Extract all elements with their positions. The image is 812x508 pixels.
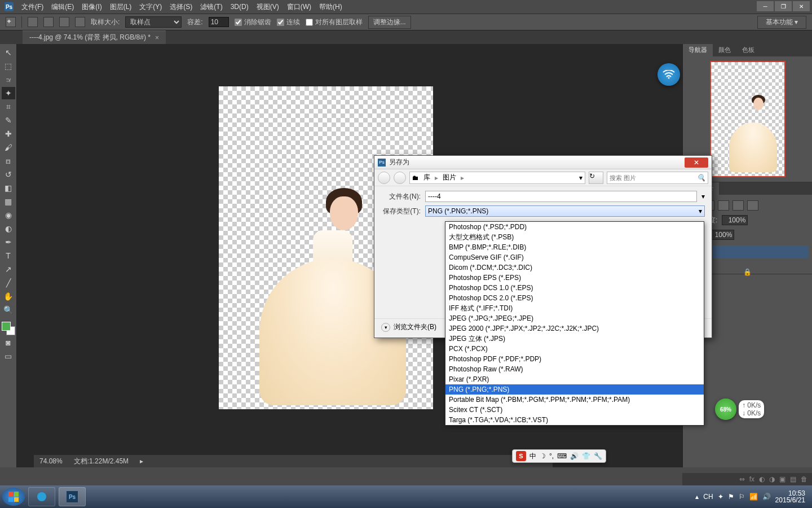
ime-keyboard-icon[interactable]: ⌨	[557, 452, 567, 460]
foreground-color-swatch[interactable]	[2, 322, 11, 331]
taskbar-photoshop[interactable]: Ps	[59, 487, 86, 506]
quickmask-icon[interactable]: ◙	[2, 336, 15, 349]
stamp-tool-icon[interactable]: ⧈	[2, 155, 15, 167]
filename-input[interactable]	[425, 191, 697, 202]
network-monitor-widget[interactable]: 68% ↑ 0K/s ↓ 0K/s	[715, 398, 764, 420]
filetype-option[interactable]: Photoshop PDF (*.PDF;*.PDP)	[445, 354, 704, 364]
zoom-tool-icon[interactable]: 🔍	[2, 304, 15, 316]
menu-layer[interactable]: 图层(L)	[110, 2, 132, 12]
filetype-option[interactable]: JPEG 立体 (*.JPS)	[445, 334, 704, 344]
eyedropper-tool-icon[interactable]: ✎	[2, 114, 15, 126]
search-box[interactable]: 🔍	[607, 172, 708, 184]
menu-filter[interactable]: 滤镜(T)	[200, 2, 222, 12]
refine-edge-button[interactable]: 调整边缘...	[368, 16, 411, 29]
sample-size-select[interactable]: 取样点	[125, 16, 182, 28]
browse-folders-link[interactable]: 浏览文件夹(B)	[394, 322, 436, 332]
tray-flag-icon[interactable]: ⚑	[728, 493, 734, 501]
breadcrumb-part-1[interactable]: 图片	[440, 173, 458, 182]
menu-window[interactable]: 窗口(W)	[287, 2, 311, 12]
ime-skin-icon[interactable]: 👕	[582, 452, 590, 460]
filetype-option[interactable]: Pixar (*.PXR)	[445, 374, 704, 384]
refresh-button[interactable]: ↻	[589, 172, 603, 184]
breadcrumb[interactable]: 🖿 库 ▸ 图片 ▸ ▾	[409, 172, 585, 184]
breadcrumb-part-0[interactable]: 库	[421, 173, 433, 182]
close-button[interactable]: ✕	[793, 1, 810, 11]
fx-icon[interactable]: fx	[749, 475, 754, 483]
wifi-widget-icon[interactable]	[657, 63, 680, 86]
ime-logo-icon[interactable]: S	[516, 451, 526, 461]
browse-expand-icon[interactable]: ▾	[381, 323, 390, 332]
filetype-option[interactable]: JPEG 2000 (*.JPF;*.JPX;*.JP2;*.J2C;*.J2K…	[445, 323, 704, 334]
dialog-titlebar[interactable]: Ps 另存为 ✕	[374, 156, 712, 169]
antialias-checkbox[interactable]: 消除锯齿	[235, 17, 271, 27]
close-tab-icon[interactable]: ×	[155, 34, 159, 42]
hist-icon-4[interactable]	[732, 200, 744, 211]
filename-dropdown-icon[interactable]: ▾	[701, 192, 705, 200]
link-icon[interactable]: ⇔	[739, 475, 745, 483]
history-brush-tool-icon[interactable]: ↺	[2, 168, 15, 181]
fill-input[interactable]	[708, 230, 734, 240]
filetype-option[interactable]: Photoshop (*.PSD;*.PDD)	[445, 222, 704, 232]
tray-clock[interactable]: 10:53 2015/6/21	[775, 490, 805, 503]
tolerance-input[interactable]	[209, 17, 229, 27]
healing-tool-icon[interactable]: ✚	[2, 128, 15, 140]
menu-view[interactable]: 视图(V)	[257, 2, 279, 12]
tool-preset-icon[interactable]: ✦	[6, 17, 16, 27]
path-tool-icon[interactable]: ↗	[2, 263, 15, 275]
move-tool-icon[interactable]: ↖	[2, 46, 15, 59]
menu-3d[interactable]: 3D(D)	[231, 3, 249, 11]
filetype-option[interactable]: Photoshop DCS 2.0 (*.EPS)	[445, 293, 704, 303]
menu-type[interactable]: 文字(Y)	[139, 2, 162, 12]
color-swatches[interactable]	[2, 322, 15, 335]
minimize-button[interactable]: ─	[757, 1, 774, 11]
screenmode-icon[interactable]: ▭	[2, 350, 15, 362]
trash-icon[interactable]: 🗑	[801, 475, 807, 483]
new-layer-icon[interactable]: ▤	[790, 475, 796, 483]
filetype-dropdown[interactable]: Photoshop (*.PSD;*.PDD)大型文档格式 (*.PSB)BMP…	[445, 221, 704, 426]
filetype-option[interactable]: JPEG (*.JPG;*.JPEG;*.JPE)	[445, 313, 704, 323]
mask-icon[interactable]: ◐	[759, 475, 765, 483]
hist-icon-3[interactable]	[718, 200, 729, 211]
maximize-button[interactable]: ❐	[775, 1, 792, 11]
selection-add-icon[interactable]	[43, 17, 54, 27]
menu-edit[interactable]: 编辑(E)	[51, 2, 74, 12]
ime-tool-icon[interactable]: 🔧	[594, 452, 602, 460]
filetype-option[interactable]: TIFF (*.TIF;*.TIFF)	[445, 425, 704, 426]
hand-tool-icon[interactable]: ✋	[2, 290, 15, 303]
hist-icon-5[interactable]	[747, 200, 758, 211]
eraser-tool-icon[interactable]: ◧	[2, 182, 15, 194]
filetype-option[interactable]: BMP (*.BMP;*.RLE;*.DIB)	[445, 242, 704, 252]
menu-help[interactable]: 帮助(H)	[319, 2, 342, 12]
navigator-thumbnail[interactable]	[710, 61, 785, 177]
filetype-option[interactable]: CompuServe GIF (*.GIF)	[445, 252, 704, 262]
filetype-option[interactable]: Scitex CT (*.SCT)	[445, 405, 704, 415]
document-tab[interactable]: ----4.jpg @ 74.1% (背景 拷贝, RGB/8#) * ×	[23, 30, 166, 44]
brush-tool-icon[interactable]: 🖌	[2, 141, 15, 154]
adjust-icon[interactable]: ◑	[769, 475, 775, 483]
status-arrow-icon[interactable]: ▸	[140, 457, 143, 465]
magic-wand-tool-icon[interactable]: ✦	[2, 87, 15, 99]
tab-swatches[interactable]: 色板	[736, 44, 760, 56]
tray-lang[interactable]: CH	[703, 493, 713, 501]
workspace-switcher[interactable]: 基本功能 ▾	[757, 16, 806, 29]
filetype-option[interactable]: 大型文档格式 (*.PSB)	[445, 232, 704, 242]
tab-color[interactable]: 颜色	[713, 44, 736, 56]
ime-toolbar[interactable]: S 中 ☽ °, ⌨ 🔊 👕 🔧	[512, 449, 606, 463]
doc-size-info[interactable]: 文档:1.22M/2.45M	[74, 457, 129, 466]
tray-expand-icon[interactable]: ▴	[695, 493, 699, 501]
menu-image[interactable]: 图像(I)	[82, 2, 102, 12]
menu-file[interactable]: 文件(F)	[21, 2, 43, 12]
opacity-input[interactable]	[722, 215, 748, 225]
filetype-option[interactable]: Photoshop Raw (*.RAW)	[445, 364, 704, 374]
nav-back-button[interactable]	[378, 172, 390, 184]
contiguous-checkbox[interactable]: 连续	[277, 17, 300, 27]
filetype-option[interactable]: Photoshop DCS 1.0 (*.EPS)	[445, 283, 704, 293]
nav-forward-button[interactable]	[394, 172, 406, 184]
tray-action-icon[interactable]: ⚐	[739, 493, 745, 501]
search-icon[interactable]: 🔍	[697, 174, 705, 182]
selection-subtract-icon[interactable]	[59, 17, 69, 27]
selection-new-icon[interactable]	[28, 17, 38, 27]
tray-network-icon[interactable]: 📶	[749, 493, 758, 501]
tray-ime-icon[interactable]: ✦	[718, 493, 723, 501]
tab-navigator[interactable]: 导航器	[683, 44, 713, 56]
